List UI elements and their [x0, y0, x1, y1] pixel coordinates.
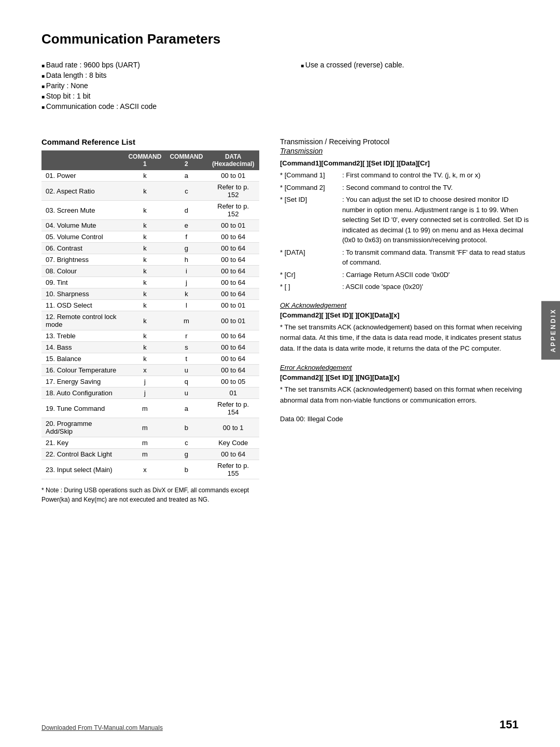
- data-val: 00 to 64: [207, 353, 259, 365]
- bullet-left-item: Communication code : ASCII code: [41, 101, 270, 112]
- ok-ack-section: OK Acknowledgement [Command2][ ][Set ID]…: [280, 301, 529, 354]
- cmd-name: 13. Treble: [41, 330, 124, 342]
- data-val: 00 to 1: [207, 418, 259, 437]
- cmd2-val: c: [165, 437, 207, 449]
- bullet-right-item: Use a crossed (reverse) cable.: [301, 60, 529, 70]
- data-val: 00 to 64: [207, 254, 259, 266]
- col-cmd1: COMMAND1: [124, 150, 165, 170]
- cmd2-val: k: [165, 288, 207, 300]
- error-ack-cmd: [Command2][ ][Set ID][ ][NG][Data][x]: [280, 374, 529, 381]
- pi-desc: : ASCII code 'space (0x20)': [342, 282, 529, 292]
- cmd2-val: g: [165, 449, 207, 460]
- ok-ack-desc: * The set transmits ACK (acknowledgement…: [280, 322, 529, 354]
- cmd1-val: k: [124, 170, 165, 182]
- data-val: Refer to p. 155: [207, 460, 259, 479]
- data-val: 00 to 64: [207, 266, 259, 277]
- cmd1-val: m: [124, 437, 165, 449]
- col-data: DATA(Hexadecimal): [207, 150, 259, 170]
- bullet-left-item: Stop bit : 1 bit: [41, 91, 270, 101]
- error-ack-title: Error Acknowledgement: [280, 364, 529, 371]
- pi-desc: : Carriage Return ASCII code '0x0D': [342, 270, 529, 280]
- right-panel: Transmission / Receiving Protocol Transm…: [280, 137, 529, 504]
- cmd-name: 14. Bass: [41, 342, 124, 353]
- pi-label: * [DATA]: [280, 247, 342, 268]
- cmd1-val: m: [124, 418, 165, 437]
- cmd-name: 10. Sharpness: [41, 288, 124, 300]
- bullet-left-item: Data length : 8 bits: [41, 70, 270, 80]
- data-val: 00 to 05: [207, 376, 259, 388]
- cmd-name: 09. Tint: [41, 277, 124, 288]
- cmd1-val: j: [124, 376, 165, 388]
- cmd1-val: k: [124, 243, 165, 254]
- protocol-item: * [Set ID]: You can adjust the set ID to…: [280, 195, 529, 245]
- cmd1-val: k: [124, 277, 165, 288]
- cmd1-val: m: [124, 449, 165, 460]
- table-row: 12. Remote control lock mode k m 00 to 0…: [41, 311, 259, 330]
- data-val: 00 to 01: [207, 220, 259, 231]
- cmd1-val: x: [124, 365, 165, 376]
- table-row: 17. Energy Saving j q 00 to 05: [41, 376, 259, 388]
- error-ack-desc: * The set transmits ACK (acknowledgement…: [280, 384, 529, 406]
- table-row: 02. Aspect Ratio k c Refer to p. 152: [41, 182, 259, 201]
- cmd-name: 18. Auto Configuration: [41, 388, 124, 399]
- table-row: 03. Screen Mute k d Refer to p. 152: [41, 201, 259, 220]
- cmd2-val: b: [165, 460, 207, 479]
- cmd1-val: k: [124, 220, 165, 231]
- cmd-name: 22. Control Back Light: [41, 449, 124, 460]
- data-val: 00 to 64: [207, 365, 259, 376]
- cmd2-val: b: [165, 418, 207, 437]
- data-val: Key Code: [207, 437, 259, 449]
- cmd2-val: q: [165, 376, 207, 388]
- table-row: 15. Balance k t 00 to 64: [41, 353, 259, 365]
- data-val: Refer to p. 152: [207, 201, 259, 220]
- pi-label: * [Command 1]: [280, 170, 342, 181]
- transmission-title: Transmission / Receiving Protocol: [280, 137, 529, 146]
- cmd-name: 20. Programme Add/Skip: [41, 418, 124, 437]
- error-ack-section: Error Acknowledgement [Command2][ ][Set …: [280, 364, 529, 425]
- pi-label: * [Cr]: [280, 270, 342, 280]
- data-val: 00 to 64: [207, 277, 259, 288]
- table-row: 13. Treble k r 00 to 64: [41, 330, 259, 342]
- pi-desc: : Second command to control the TV.: [342, 183, 529, 193]
- cmd1-val: m: [124, 399, 165, 418]
- cmd-name: 01. Power: [41, 170, 124, 182]
- col-name: [41, 150, 124, 170]
- protocol-item: * [DATA]: To transmit command data. Tran…: [280, 247, 529, 268]
- table-row: 06. Contrast k g 00 to 64: [41, 243, 259, 254]
- cmd2-val: a: [165, 399, 207, 418]
- protocol-item: * [Cr]: Carriage Return ASCII code '0x0D…: [280, 270, 529, 280]
- cmd1-val: j: [124, 388, 165, 399]
- cmd2-val: a: [165, 170, 207, 182]
- cmd-format: [Command1][Command2][ ][Set ID][ ][Data]…: [280, 159, 529, 167]
- bullet-left-item: Parity : None: [41, 80, 270, 91]
- cmd-name: 21. Key: [41, 437, 124, 449]
- cmd1-val: k: [124, 231, 165, 243]
- cmd1-val: k: [124, 266, 165, 277]
- cmd2-val: c: [165, 182, 207, 201]
- cmd1-val: x: [124, 460, 165, 479]
- cmd-name: 07. Brightness: [41, 254, 124, 266]
- cmd1-val: k: [124, 288, 165, 300]
- data-val: 00 to 01: [207, 300, 259, 311]
- cmd1-val: k: [124, 353, 165, 365]
- protocol-item: * [Command 1]: First command to control …: [280, 170, 529, 181]
- data-val: 00 to 64: [207, 449, 259, 460]
- ok-ack-title: OK Acknowledgement: [280, 301, 529, 309]
- table-row: 16. Colour Temperature x u 00 to 64: [41, 365, 259, 376]
- cmd1-val: k: [124, 311, 165, 330]
- command-reference-title: Command Reference List: [41, 137, 259, 146]
- table-row: 01. Power k a 00 to 01: [41, 170, 259, 182]
- cmd2-val: m: [165, 311, 207, 330]
- cmd2-val: e: [165, 220, 207, 231]
- pi-desc: : To transmit command data. Transmit 'FF…: [342, 247, 529, 268]
- data-val: Refer to p. 152: [207, 182, 259, 201]
- cmd2-val: h: [165, 254, 207, 266]
- cmd2-val: j: [165, 277, 207, 288]
- cmd2-val: i: [165, 266, 207, 277]
- pi-desc: : First command to control the TV. (j, k…: [342, 170, 529, 181]
- cmd2-val: d: [165, 201, 207, 220]
- cmd-name: 19. Tune Command: [41, 399, 124, 418]
- table-row: 07. Brightness k h 00 to 64: [41, 254, 259, 266]
- table-footnote: * Note : During USB operations such as D…: [41, 486, 259, 504]
- table-row: 21. Key m c Key Code: [41, 437, 259, 449]
